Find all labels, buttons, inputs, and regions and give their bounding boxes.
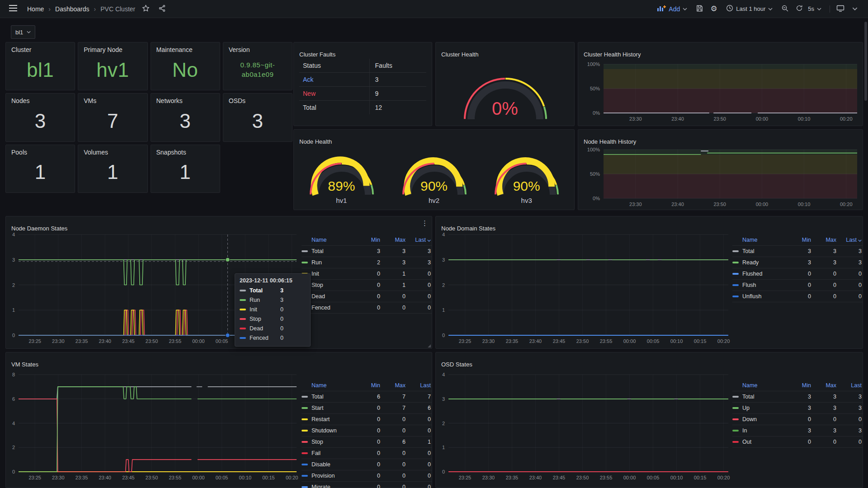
dashboard-settings-button[interactable]: ⚙ (708, 3, 720, 15)
svg-text:1: 1 (12, 307, 15, 313)
svg-text:23:40: 23:40 (529, 475, 542, 480)
svg-text:00:20: 00:20 (717, 338, 730, 344)
stat-title[interactable]: Nodes (11, 97, 69, 104)
svg-text:23:30: 23:30 (482, 338, 495, 344)
svg-text:23:25: 23:25 (28, 338, 41, 344)
node-health-gauges: 89%hv190%hv290%hv3 (297, 145, 571, 208)
stat-title[interactable]: OSDs (229, 97, 287, 104)
gauge-value: 90% (481, 178, 571, 194)
tooltip-series-value: 0 (280, 306, 283, 313)
share-button[interactable] (156, 3, 168, 15)
chart-plot-area[interactable]: 0123423:2523:3023:3523:4023:4523:5023:55… (436, 216, 863, 348)
panel-osd-states: OSD States NameMinMaxLastTotal333Up333Do… (435, 352, 863, 488)
gauge-value: 89% (297, 178, 387, 194)
refresh-button[interactable] (793, 3, 805, 15)
breadcrumb-home[interactable]: Home (27, 5, 44, 13)
svg-text:3: 3 (12, 257, 15, 263)
gauge-value: 90% (389, 178, 479, 194)
tooltip-series-value: 3 (280, 297, 283, 303)
top-nav: Home › Dashboards › PVC Cluster Add (0, 0, 868, 18)
stat-title[interactable]: Primary Node (84, 46, 142, 53)
stat-value: No (156, 53, 214, 86)
stat-title[interactable]: Snapshots (156, 149, 214, 156)
stat-value: 3 (229, 104, 287, 137)
panel-title[interactable]: Node Health (299, 138, 332, 145)
tooltip-series-name: Dead (250, 325, 280, 332)
save-dashboard-button[interactable] (693, 3, 705, 15)
svg-text:23:25: 23:25 (28, 475, 41, 480)
panel-title[interactable]: Cluster Faults (299, 51, 335, 58)
chevron-down-icon (768, 8, 773, 10)
chevron-down-icon (817, 8, 821, 10)
stat-panel-pools: Pools1 (5, 145, 75, 193)
table-row: New9 (299, 86, 426, 100)
refresh-interval-picker[interactable]: 5s (808, 3, 825, 15)
share-icon (158, 5, 166, 14)
tooltip-series-value: 0 (280, 316, 283, 322)
node-health-gauge-hv2: 90%hv2 (389, 145, 479, 208)
series-color-dash (240, 328, 246, 329)
stat-value: 1 (156, 156, 214, 189)
svg-text:00:05: 00:05 (216, 338, 228, 344)
svg-text:0: 0 (442, 469, 445, 474)
svg-text:4: 4 (12, 232, 15, 237)
nav-collapse-button[interactable] (849, 3, 861, 15)
svg-text:3: 3 (442, 396, 445, 402)
chart-plot-area[interactable]: 0%50%100%23:3023:4023:5000:0000:1000:20 (578, 130, 863, 210)
column-header-faults[interactable]: Faults (369, 59, 426, 72)
svg-text:23:40: 23:40 (99, 338, 111, 344)
svg-text:23:50: 23:50 (713, 202, 726, 207)
stat-title[interactable]: Volumes (84, 149, 142, 156)
chart-plot-area[interactable]: 0123423:2523:3023:3523:4023:4523:5023:55… (6, 216, 432, 348)
stat-title[interactable]: Maintenance (156, 46, 214, 53)
svg-text:0%: 0% (593, 196, 600, 201)
chevron-down-icon (27, 31, 31, 33)
breadcrumb-dashboards[interactable]: Dashboards (55, 5, 90, 13)
stat-panel-version: Version0.9.85~git-ab0a1e09 (223, 42, 292, 90)
time-range-picker[interactable]: Last 1 hour (722, 3, 776, 15)
svg-text:23:45: 23:45 (122, 475, 135, 480)
scrollbar-thumb[interactable] (864, 22, 867, 101)
svg-text:00:05: 00:05 (647, 475, 660, 480)
svg-text:2: 2 (12, 445, 15, 450)
node-health-gauge-hv3: 90%hv3 (481, 145, 571, 208)
stat-panel-snapshots: Snapshots1 (151, 145, 220, 193)
grafana-dashboard: Home › Dashboards › PVC Cluster Add (0, 0, 868, 488)
svg-text:23:50: 23:50 (576, 338, 589, 344)
series-color-dash (240, 299, 246, 301)
stat-title[interactable]: Networks (156, 97, 214, 104)
favorite-button[interactable] (140, 3, 151, 15)
save-icon (696, 5, 703, 14)
chart-plot-area[interactable]: 0123423:2523:3023:3523:4023:4523:5023:55… (436, 352, 863, 488)
stat-title[interactable]: VMs (84, 97, 142, 104)
chart-plot-area[interactable]: 0246823:2523:3023:3523:4023:4523:5023:55… (6, 352, 432, 488)
svg-text:00:20: 00:20 (286, 475, 298, 480)
chevron-down-icon (852, 7, 858, 10)
svg-text:23:45: 23:45 (122, 338, 135, 344)
zoom-out-button[interactable] (779, 3, 791, 15)
variable-selector[interactable]: bl1 (11, 25, 35, 39)
svg-text:23:50: 23:50 (576, 475, 589, 480)
add-button[interactable]: Add (653, 3, 691, 15)
stat-title[interactable]: Version (229, 46, 287, 53)
table-row: Total12 (299, 100, 426, 114)
refresh-icon (796, 5, 803, 13)
series-color-dash (240, 309, 246, 310)
column-header-status[interactable]: Status (299, 59, 369, 72)
stat-title[interactable]: Pools (11, 149, 69, 156)
svg-text:23:40: 23:40 (99, 475, 111, 480)
chart-plot-area[interactable]: 0%50%100%23:3023:4023:5000:0000:1000:20 (578, 42, 863, 126)
tooltip-series-value: 0 (280, 325, 283, 332)
svg-text:50%: 50% (590, 171, 600, 177)
time-range-label: Last 1 hour (736, 5, 765, 12)
svg-text:00:00: 00:00 (623, 338, 636, 344)
stat-title[interactable]: Cluster (11, 46, 69, 53)
svg-text:23:35: 23:35 (506, 475, 519, 480)
fault-status-cell: Ack (299, 73, 369, 86)
svg-text:23:25: 23:25 (459, 475, 472, 480)
menu-button[interactable] (7, 3, 19, 15)
svg-text:00:10: 00:10 (239, 475, 252, 480)
tv-mode-button[interactable] (835, 3, 846, 15)
add-label: Add (669, 5, 680, 13)
tooltip-series-name: Run (250, 297, 280, 303)
